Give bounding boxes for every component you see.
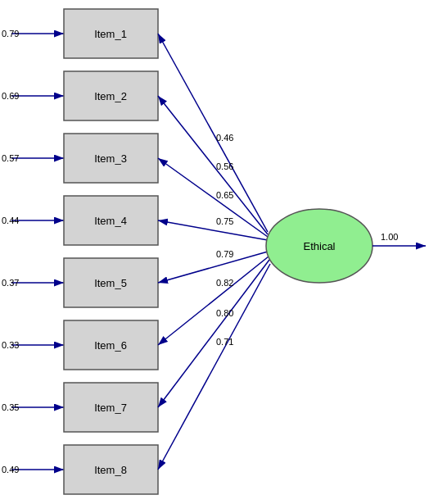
coeff-value-4: 0.75: [216, 216, 233, 226]
item-label-2: Item_2: [94, 90, 127, 102]
path-line-8: [158, 264, 270, 470]
item-label-5: Item_5: [94, 277, 127, 289]
external-path-value: 1.00: [381, 232, 398, 242]
error-value-4: 0.44: [2, 216, 19, 225]
item-label-3: Item_3: [94, 152, 127, 165]
error-value-7: 0.35: [2, 402, 19, 412]
coeff-value-1: 0.46: [216, 133, 233, 143]
path-line-3: [158, 158, 268, 237]
error-value-1: 0.79: [2, 29, 19, 39]
path-line-4: [158, 220, 268, 240]
item-label-6: Item_6: [94, 339, 127, 352]
coeff-value-3: 0.65: [216, 190, 233, 200]
error-value-5: 0.37: [2, 278, 19, 288]
path-line-2: [158, 96, 268, 234]
item-label-4: Item_4: [94, 215, 127, 227]
error-value-6: 0.33: [2, 340, 19, 350]
item-label-1: Item_1: [94, 28, 127, 40]
coeff-value-5: 0.79: [216, 249, 233, 259]
coeff-value-6: 0.82: [216, 278, 233, 288]
path-line-6: [158, 257, 269, 345]
diagram-canvas: 0.79 0.69 0.57 0.44 0.37 0.33 0.35 0.49 …: [0, 0, 438, 504]
error-value-2: 0.69: [2, 91, 19, 101]
coeff-value-7: 0.80: [216, 308, 233, 318]
latent-variable-label: Ethical: [303, 240, 335, 252]
coeff-value-8: 0.71: [216, 337, 233, 347]
path-line-5: [158, 252, 268, 283]
error-value-3: 0.57: [2, 153, 19, 163]
coeff-value-2: 0.56: [216, 161, 233, 171]
path-line-1: [158, 34, 268, 232]
item-label-7: Item_7: [94, 402, 127, 414]
error-value-8: 0.49: [2, 465, 19, 474]
item-label-8: Item_8: [94, 464, 127, 476]
path-line-7: [158, 260, 269, 407]
